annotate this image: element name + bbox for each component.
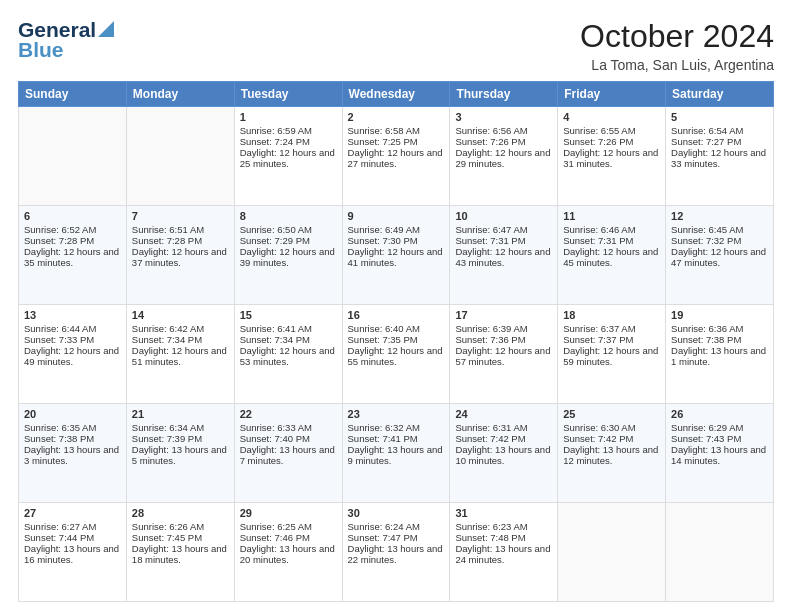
sunrise-text: Sunrise: 6:33 AM bbox=[240, 422, 337, 433]
table-row: 1Sunrise: 6:59 AMSunset: 7:24 PMDaylight… bbox=[234, 107, 342, 206]
sunset-text: Sunset: 7:43 PM bbox=[671, 433, 768, 444]
table-row: 7Sunrise: 6:51 AMSunset: 7:28 PMDaylight… bbox=[126, 206, 234, 305]
daylight-text: Daylight: 12 hours and 33 minutes. bbox=[671, 147, 768, 169]
sunset-text: Sunset: 7:41 PM bbox=[348, 433, 445, 444]
sunrise-text: Sunrise: 6:55 AM bbox=[563, 125, 660, 136]
month-title: October 2024 bbox=[580, 18, 774, 55]
daylight-text: Daylight: 12 hours and 55 minutes. bbox=[348, 345, 445, 367]
day-number: 27 bbox=[24, 507, 121, 519]
sunrise-text: Sunrise: 6:54 AM bbox=[671, 125, 768, 136]
table-row bbox=[558, 503, 666, 602]
sunrise-text: Sunrise: 6:35 AM bbox=[24, 422, 121, 433]
daylight-text: Daylight: 12 hours and 41 minutes. bbox=[348, 246, 445, 268]
daylight-text: Daylight: 13 hours and 10 minutes. bbox=[455, 444, 552, 466]
day-number: 4 bbox=[563, 111, 660, 123]
header: General Blue October 2024 La Toma, San L… bbox=[18, 18, 774, 73]
day-number: 3 bbox=[455, 111, 552, 123]
sunrise-text: Sunrise: 6:23 AM bbox=[455, 521, 552, 532]
logo-triangle-icon bbox=[98, 17, 114, 37]
sunset-text: Sunset: 7:44 PM bbox=[24, 532, 121, 543]
day-number: 19 bbox=[671, 309, 768, 321]
sunset-text: Sunset: 7:28 PM bbox=[24, 235, 121, 246]
table-row: 8Sunrise: 6:50 AMSunset: 7:29 PMDaylight… bbox=[234, 206, 342, 305]
table-row: 15Sunrise: 6:41 AMSunset: 7:34 PMDayligh… bbox=[234, 305, 342, 404]
sunrise-text: Sunrise: 6:51 AM bbox=[132, 224, 229, 235]
sunrise-text: Sunrise: 6:46 AM bbox=[563, 224, 660, 235]
daylight-text: Daylight: 12 hours and 39 minutes. bbox=[240, 246, 337, 268]
sunset-text: Sunset: 7:46 PM bbox=[240, 532, 337, 543]
daylight-text: Daylight: 12 hours and 43 minutes. bbox=[455, 246, 552, 268]
sunrise-text: Sunrise: 6:26 AM bbox=[132, 521, 229, 532]
day-number: 16 bbox=[348, 309, 445, 321]
table-row: 2Sunrise: 6:58 AMSunset: 7:25 PMDaylight… bbox=[342, 107, 450, 206]
sunrise-text: Sunrise: 6:52 AM bbox=[24, 224, 121, 235]
daylight-text: Daylight: 12 hours and 53 minutes. bbox=[240, 345, 337, 367]
daylight-text: Daylight: 12 hours and 35 minutes. bbox=[24, 246, 121, 268]
sunrise-text: Sunrise: 6:32 AM bbox=[348, 422, 445, 433]
daylight-text: Daylight: 12 hours and 27 minutes. bbox=[348, 147, 445, 169]
day-number: 11 bbox=[563, 210, 660, 222]
table-row: 31Sunrise: 6:23 AMSunset: 7:48 PMDayligh… bbox=[450, 503, 558, 602]
table-row: 4Sunrise: 6:55 AMSunset: 7:26 PMDaylight… bbox=[558, 107, 666, 206]
sunrise-text: Sunrise: 6:39 AM bbox=[455, 323, 552, 334]
sunrise-text: Sunrise: 6:31 AM bbox=[455, 422, 552, 433]
sunrise-text: Sunrise: 6:49 AM bbox=[348, 224, 445, 235]
sunrise-text: Sunrise: 6:42 AM bbox=[132, 323, 229, 334]
day-number: 18 bbox=[563, 309, 660, 321]
sunset-text: Sunset: 7:34 PM bbox=[240, 334, 337, 345]
day-number: 24 bbox=[455, 408, 552, 420]
daylight-text: Daylight: 13 hours and 7 minutes. bbox=[240, 444, 337, 466]
sunrise-text: Sunrise: 6:29 AM bbox=[671, 422, 768, 433]
day-number: 20 bbox=[24, 408, 121, 420]
table-row: 13Sunrise: 6:44 AMSunset: 7:33 PMDayligh… bbox=[19, 305, 127, 404]
sunset-text: Sunset: 7:36 PM bbox=[455, 334, 552, 345]
sunset-text: Sunset: 7:35 PM bbox=[348, 334, 445, 345]
sunset-text: Sunset: 7:39 PM bbox=[132, 433, 229, 444]
daylight-text: Daylight: 12 hours and 29 minutes. bbox=[455, 147, 552, 169]
sunrise-text: Sunrise: 6:59 AM bbox=[240, 125, 337, 136]
week-row-3: 13Sunrise: 6:44 AMSunset: 7:33 PMDayligh… bbox=[19, 305, 774, 404]
sunset-text: Sunset: 7:33 PM bbox=[24, 334, 121, 345]
daylight-text: Daylight: 12 hours and 49 minutes. bbox=[24, 345, 121, 367]
daylight-text: Daylight: 13 hours and 18 minutes. bbox=[132, 543, 229, 565]
day-number: 30 bbox=[348, 507, 445, 519]
table-row: 18Sunrise: 6:37 AMSunset: 7:37 PMDayligh… bbox=[558, 305, 666, 404]
sunrise-text: Sunrise: 6:37 AM bbox=[563, 323, 660, 334]
day-number: 14 bbox=[132, 309, 229, 321]
col-friday: Friday bbox=[558, 82, 666, 107]
daylight-text: Daylight: 12 hours and 51 minutes. bbox=[132, 345, 229, 367]
week-row-4: 20Sunrise: 6:35 AMSunset: 7:38 PMDayligh… bbox=[19, 404, 774, 503]
day-number: 21 bbox=[132, 408, 229, 420]
sunrise-text: Sunrise: 6:56 AM bbox=[455, 125, 552, 136]
table-row: 6Sunrise: 6:52 AMSunset: 7:28 PMDaylight… bbox=[19, 206, 127, 305]
header-right: October 2024 La Toma, San Luis, Argentin… bbox=[580, 18, 774, 73]
daylight-text: Daylight: 13 hours and 24 minutes. bbox=[455, 543, 552, 565]
table-row: 9Sunrise: 6:49 AMSunset: 7:30 PMDaylight… bbox=[342, 206, 450, 305]
table-row: 20Sunrise: 6:35 AMSunset: 7:38 PMDayligh… bbox=[19, 404, 127, 503]
col-wednesday: Wednesday bbox=[342, 82, 450, 107]
day-number: 5 bbox=[671, 111, 768, 123]
table-row: 28Sunrise: 6:26 AMSunset: 7:45 PMDayligh… bbox=[126, 503, 234, 602]
sunrise-text: Sunrise: 6:34 AM bbox=[132, 422, 229, 433]
daylight-text: Daylight: 13 hours and 20 minutes. bbox=[240, 543, 337, 565]
daylight-text: Daylight: 13 hours and 9 minutes. bbox=[348, 444, 445, 466]
sunset-text: Sunset: 7:24 PM bbox=[240, 136, 337, 147]
calendar-header-row: Sunday Monday Tuesday Wednesday Thursday… bbox=[19, 82, 774, 107]
day-number: 2 bbox=[348, 111, 445, 123]
daylight-text: Daylight: 13 hours and 12 minutes. bbox=[563, 444, 660, 466]
day-number: 29 bbox=[240, 507, 337, 519]
sunset-text: Sunset: 7:38 PM bbox=[671, 334, 768, 345]
sunset-text: Sunset: 7:45 PM bbox=[132, 532, 229, 543]
table-row: 25Sunrise: 6:30 AMSunset: 7:42 PMDayligh… bbox=[558, 404, 666, 503]
sunset-text: Sunset: 7:26 PM bbox=[455, 136, 552, 147]
sunset-text: Sunset: 7:27 PM bbox=[671, 136, 768, 147]
day-number: 1 bbox=[240, 111, 337, 123]
daylight-text: Daylight: 13 hours and 16 minutes. bbox=[24, 543, 121, 565]
sunset-text: Sunset: 7:34 PM bbox=[132, 334, 229, 345]
sunset-text: Sunset: 7:40 PM bbox=[240, 433, 337, 444]
week-row-5: 27Sunrise: 6:27 AMSunset: 7:44 PMDayligh… bbox=[19, 503, 774, 602]
daylight-text: Daylight: 13 hours and 3 minutes. bbox=[24, 444, 121, 466]
logo: General Blue bbox=[18, 18, 114, 62]
daylight-text: Daylight: 12 hours and 47 minutes. bbox=[671, 246, 768, 268]
table-row: 23Sunrise: 6:32 AMSunset: 7:41 PMDayligh… bbox=[342, 404, 450, 503]
